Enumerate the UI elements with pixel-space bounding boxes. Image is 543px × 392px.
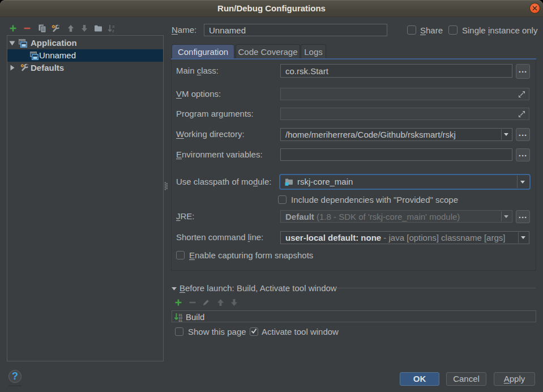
svg-text:01: 01	[179, 319, 183, 322]
svg-text:z: z	[112, 28, 114, 33]
